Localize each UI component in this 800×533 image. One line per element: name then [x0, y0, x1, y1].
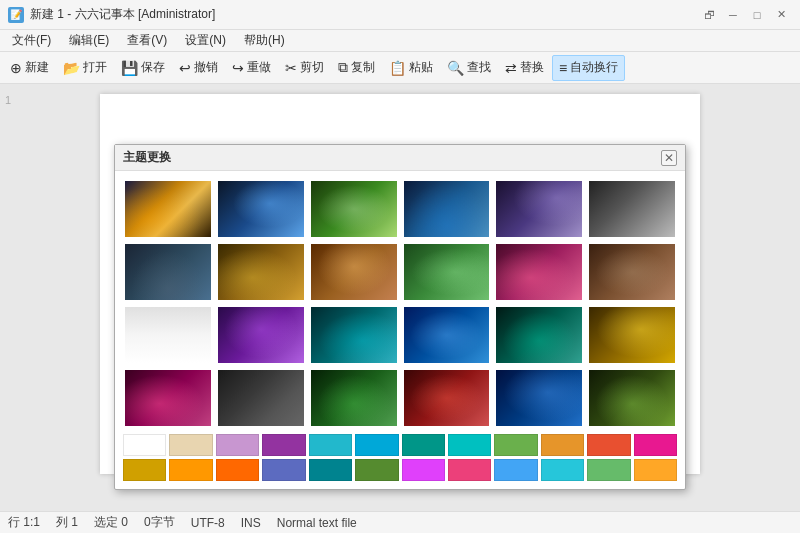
color-swatch-21[interactable]: [541, 459, 584, 481]
dialog-overlay: 主题更换 ✕: [0, 84, 800, 489]
restore-button[interactable]: 🗗: [698, 4, 720, 26]
menu-view[interactable]: 查看(V): [119, 30, 175, 52]
theme-image-6[interactable]: [123, 242, 213, 302]
maximize-button[interactable]: □: [746, 4, 768, 26]
menu-settings[interactable]: 设置(N): [177, 30, 234, 52]
theme-image-22[interactable]: [494, 368, 584, 428]
undo-button[interactable]: ↩ 撤销: [173, 55, 224, 81]
theme-image-12[interactable]: [123, 305, 213, 365]
status-filetype: Normal text file: [277, 516, 357, 530]
dialog-title: 主题更换: [123, 149, 171, 166]
theme-image-17[interactable]: [587, 305, 677, 365]
find-button[interactable]: 🔍 查找: [441, 55, 497, 81]
dialog-content: [115, 171, 685, 489]
color-swatch-11[interactable]: [634, 434, 677, 456]
status-bar: 行 1:1 列 1 选定 0 0字节 UTF-8 INS Normal text…: [0, 511, 800, 533]
color-swatch-3[interactable]: [262, 434, 305, 456]
open-button[interactable]: 📂 打开: [57, 55, 113, 81]
theme-image-8[interactable]: [309, 242, 399, 302]
theme-image-1[interactable]: [216, 179, 306, 239]
close-button[interactable]: ✕: [770, 4, 792, 26]
theme-image-16[interactable]: [494, 305, 584, 365]
color-swatch-22[interactable]: [587, 459, 630, 481]
theme-image-7[interactable]: [216, 242, 306, 302]
color-swatch-7[interactable]: [448, 434, 491, 456]
replace-button[interactable]: ⇄ 替换: [499, 55, 550, 81]
theme-image-14[interactable]: [309, 305, 399, 365]
status-selection: 选定 0: [94, 514, 128, 531]
theme-dialog: 主题更换 ✕: [114, 144, 686, 490]
menu-help[interactable]: 帮助(H): [236, 30, 293, 52]
theme-image-11[interactable]: [587, 242, 677, 302]
cut-button[interactable]: ✂ 剪切: [279, 55, 330, 81]
theme-image-20[interactable]: [309, 368, 399, 428]
redo-label: 重做: [247, 59, 271, 76]
color-swatch-5[interactable]: [355, 434, 398, 456]
menu-file[interactable]: 文件(F): [4, 30, 59, 52]
color-swatch-2[interactable]: [216, 434, 259, 456]
line-number: 1: [5, 94, 11, 106]
color-swatch-12[interactable]: [123, 459, 166, 481]
app-icon: 📝: [8, 7, 24, 23]
theme-image-3[interactable]: [402, 179, 492, 239]
color-swatch-18[interactable]: [402, 459, 445, 481]
theme-image-10[interactable]: [494, 242, 584, 302]
copy-icon: ⧉: [338, 59, 348, 76]
color-swatches: [123, 434, 677, 481]
theme-image-5[interactable]: [587, 179, 677, 239]
autowrap-label: 自动换行: [570, 59, 618, 76]
color-swatch-6[interactable]: [402, 434, 445, 456]
image-grid: [123, 179, 677, 428]
color-swatch-1[interactable]: [169, 434, 212, 456]
theme-image-9[interactable]: [402, 242, 492, 302]
window-title: 新建 1 - 六六记事本 [Administrator]: [30, 6, 215, 23]
status-mode: INS: [241, 516, 261, 530]
color-swatch-0[interactable]: [123, 434, 166, 456]
save-label: 保存: [141, 59, 165, 76]
undo-icon: ↩: [179, 60, 191, 76]
status-line: 行 1:1: [8, 514, 40, 531]
minimize-button[interactable]: ─: [722, 4, 744, 26]
theme-image-23[interactable]: [587, 368, 677, 428]
theme-image-19[interactable]: [216, 368, 306, 428]
color-swatch-4[interactable]: [309, 434, 352, 456]
color-swatch-16[interactable]: [309, 459, 352, 481]
theme-image-2[interactable]: [309, 179, 399, 239]
theme-image-18[interactable]: [123, 368, 213, 428]
color-swatch-15[interactable]: [262, 459, 305, 481]
find-label: 查找: [467, 59, 491, 76]
dialog-close-button[interactable]: ✕: [661, 150, 677, 166]
autowrap-icon: ≡: [559, 60, 567, 76]
color-swatch-9[interactable]: [541, 434, 584, 456]
copy-button[interactable]: ⧉ 复制: [332, 55, 381, 81]
color-swatch-17[interactable]: [355, 459, 398, 481]
color-swatch-23[interactable]: [634, 459, 677, 481]
dialog-title-bar: 主题更换 ✕: [115, 145, 685, 171]
replace-label: 替换: [520, 59, 544, 76]
save-icon: 💾: [121, 60, 138, 76]
theme-image-13[interactable]: [216, 305, 306, 365]
color-swatch-19[interactable]: [448, 459, 491, 481]
save-button[interactable]: 💾 保存: [115, 55, 171, 81]
theme-image-0[interactable]: [123, 179, 213, 239]
replace-icon: ⇄: [505, 60, 517, 76]
menu-edit[interactable]: 编辑(E): [61, 30, 117, 52]
color-swatch-8[interactable]: [494, 434, 537, 456]
theme-image-15[interactable]: [402, 305, 492, 365]
theme-image-4[interactable]: [494, 179, 584, 239]
new-button[interactable]: ⊕ 新建: [4, 55, 55, 81]
status-chars: 0字节: [144, 514, 175, 531]
color-swatch-14[interactable]: [216, 459, 259, 481]
color-swatch-20[interactable]: [494, 459, 537, 481]
color-swatch-13[interactable]: [169, 459, 212, 481]
undo-label: 撤销: [194, 59, 218, 76]
paste-label: 粘贴: [409, 59, 433, 76]
status-encoding: UTF-8: [191, 516, 225, 530]
open-label: 打开: [83, 59, 107, 76]
redo-button[interactable]: ↪ 重做: [226, 55, 277, 81]
color-swatch-10[interactable]: [587, 434, 630, 456]
theme-image-21[interactable]: [402, 368, 492, 428]
paste-button[interactable]: 📋 粘贴: [383, 55, 439, 81]
editor-area[interactable]: 1 主题更换 ✕: [0, 84, 800, 511]
autowrap-button[interactable]: ≡ 自动换行: [552, 55, 625, 81]
